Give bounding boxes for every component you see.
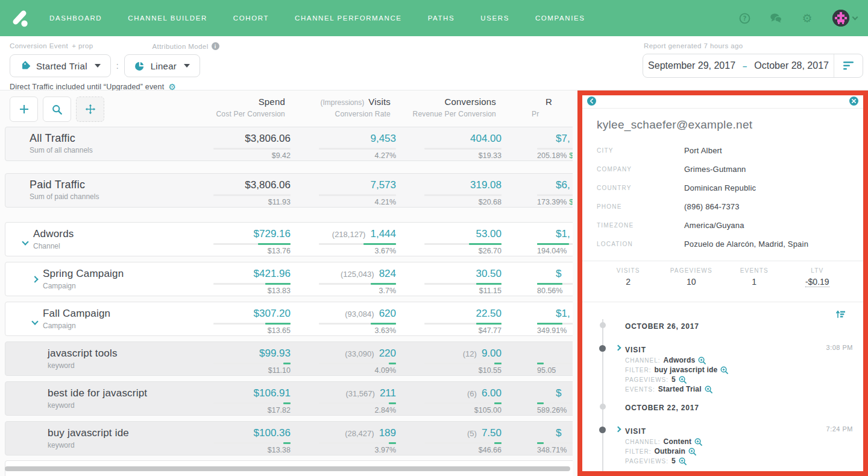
date-range-picker[interactable]: September 29, 2017 – October 28, 2017 <box>643 54 863 78</box>
table-row[interactable]: Paid Traffic Sum of paid channels $3,806… <box>5 173 573 208</box>
zoom-plus-icon[interactable] <box>679 457 687 465</box>
table-row[interactable]: javascript tools keyword $99.93 $11.10 (… <box>5 341 573 376</box>
table-row[interactable]: All Traffic Sum of all channels $3,806.0… <box>5 127 573 161</box>
attribution-model-dropdown[interactable]: Linear <box>124 54 201 77</box>
add-button[interactable] <box>10 97 38 122</box>
field-value: Dominican Republic <box>684 183 756 192</box>
cell-primary-value[interactable]: $ <box>556 387 561 399</box>
chevron-right-icon[interactable] <box>615 427 621 433</box>
back-icon[interactable] <box>587 97 596 106</box>
timeline-visit[interactable]: VISIT 7:24 PM CHANNEL: Content FILTER: O… <box>582 425 863 465</box>
pie-chart-icon <box>134 61 145 71</box>
cell-primary-value[interactable]: $1, <box>556 308 570 319</box>
nav-item[interactable]: PATHS <box>428 14 455 22</box>
metric-cell: (93,084)620 3.63% <box>291 302 396 335</box>
cell-primary-value[interactable]: $1, <box>556 228 570 240</box>
cell-primary-value[interactable]: 189 <box>379 427 396 439</box>
date-end[interactable]: October 28, 2017 <box>754 60 829 71</box>
row-expand-chevron[interactable] <box>31 318 38 325</box>
column-header-visits[interactable]: (Impressions)Visits Conversion Rate <box>285 97 391 122</box>
cell-primary-value[interactable]: $421.96 <box>254 268 291 279</box>
table-row[interactable]: buy javascript ide keyword $100.36 $13.3… <box>5 421 573 455</box>
cell-primary-value[interactable]: 6.00 <box>482 387 502 399</box>
cell-primary-value[interactable]: 7,573 <box>370 179 396 191</box>
table-row[interactable]: best ide for javascript keyword $106.91 … <box>5 381 573 416</box>
add-prop-link[interactable]: + prop <box>72 42 93 50</box>
nav-item[interactable]: CHANNEL PERFORMANCE <box>295 14 402 22</box>
cell-primary-value[interactable]: $100.36 <box>254 427 291 439</box>
nav-item[interactable]: DASHBOARD <box>49 14 102 22</box>
attribution-bar <box>424 283 502 285</box>
zoom-plus-icon[interactable] <box>694 438 702 446</box>
cell-primary-value[interactable]: $307.20 <box>254 308 291 319</box>
cell-primary-value[interactable]: $ <box>556 268 561 279</box>
cell-sub-value: $46.66 <box>479 446 502 454</box>
filter-icon[interactable] <box>834 54 863 77</box>
cell-primary-value[interactable]: 211 <box>380 387 396 399</box>
cell-primary-value[interactable]: $99.93 <box>259 347 291 359</box>
metric-cell: (28,427)189 3.97% <box>291 422 396 455</box>
nav-item[interactable]: USERS <box>480 14 509 22</box>
avatar[interactable] <box>832 10 849 27</box>
cell-primary-value[interactable]: $ <box>556 427 561 439</box>
zoom-plus-icon[interactable] <box>705 386 712 393</box>
cell-primary-value[interactable]: 9.00 <box>482 347 502 359</box>
cell-primary-value[interactable]: $729.16 <box>254 228 291 240</box>
cell-primary-value[interactable]: 30.50 <box>476 268 502 279</box>
visit-detail-row: FILTER: Outbrain <box>625 448 863 455</box>
column-header-conversions[interactable]: Conversions Revenue Per Conversion <box>391 97 496 122</box>
nav-item[interactable]: COMPANIES <box>535 14 585 22</box>
metric-cell: (12)9.00 $10.55 <box>396 342 502 375</box>
cell-primary-value[interactable]: $3,806.06 <box>245 133 291 144</box>
row-type: keyword <box>48 401 147 410</box>
close-icon[interactable] <box>849 97 858 106</box>
table-row[interactable]: Adwords Channel $729.16 $13.76 (218,127)… <box>5 222 573 256</box>
chevron-right-icon[interactable] <box>615 345 621 351</box>
gear-icon[interactable]: ⚙ <box>801 12 813 24</box>
zoom-plus-icon[interactable] <box>688 448 696 455</box>
table-row[interactable]: Spring Campaign Campaign $421.96 $13.83 … <box>5 262 573 296</box>
cell-primary-value[interactable]: $106.91 <box>254 387 291 399</box>
cell-sub-value: $17.82 <box>268 406 291 414</box>
row-expand-chevron[interactable] <box>31 276 38 282</box>
row-expand-chevron[interactable] <box>22 238 28 245</box>
cell-primary-value[interactable]: 53.00 <box>476 228 502 240</box>
zoom-plus-icon[interactable] <box>720 366 728 374</box>
column-header-spend[interactable]: Spend Cost Per Conversion <box>200 97 285 122</box>
sort-icon[interactable] <box>835 309 845 319</box>
stat-value[interactable]: -$0.19 <box>805 277 829 287</box>
cell-primary-value[interactable]: $7, <box>556 133 570 144</box>
search-button[interactable] <box>43 97 71 122</box>
horizontal-scrollbar[interactable] <box>5 466 570 471</box>
app-logo-icon[interactable] <box>8 6 33 30</box>
cell-primary-value[interactable]: 22.50 <box>476 308 502 319</box>
cell-primary-value[interactable]: 404.00 <box>470 133 502 144</box>
cell-primary-value[interactable]: $6, <box>556 179 570 191</box>
info-icon[interactable]: i <box>212 42 219 50</box>
zoom-plus-icon[interactable] <box>679 376 687 384</box>
cell-primary-value[interactable]: $3,806.06 <box>245 179 291 191</box>
detail-value: 5 <box>671 457 676 465</box>
date-start[interactable]: September 29, 2017 <box>648 60 735 71</box>
timeline-visit[interactable]: VISIT 3:08 PM CHANNEL: Adwords FILTER: b… <box>582 344 863 393</box>
cell-primary-value[interactable]: 319.08 <box>470 179 502 191</box>
cell-primary-value[interactable]: 824 <box>379 268 396 279</box>
cell-primary-value[interactable]: 7.50 <box>482 427 502 439</box>
attribution-bar <box>319 323 396 325</box>
user-menu[interactable] <box>832 10 857 27</box>
cell-primary-value[interactable]: 220 <box>379 347 396 359</box>
nav-item[interactable]: CHANNEL BUILDER <box>128 14 207 22</box>
cell-primary-value[interactable]: 620 <box>379 308 396 319</box>
help-icon[interactable]: ? <box>738 12 750 24</box>
table-row[interactable]: Fall Campaign Campaign $307.20 $13.65 (9… <box>5 302 573 336</box>
conversion-event-dropdown[interactable]: Started Trial <box>10 54 111 77</box>
column-header-revenue[interactable]: R Pr <box>496 97 573 122</box>
cell-primary-value[interactable]: 1,444 <box>370 228 396 240</box>
metric-cell: 404.00 $19.33 <box>396 127 502 160</box>
cell-primary-value[interactable]: 9,453 <box>370 133 396 144</box>
nav-item[interactable]: COHORT <box>233 14 269 22</box>
move-button[interactable] <box>76 97 104 122</box>
attribution-bar <box>319 243 396 245</box>
zoom-plus-icon[interactable] <box>698 357 706 364</box>
chat-icon[interactable] <box>770 12 782 24</box>
